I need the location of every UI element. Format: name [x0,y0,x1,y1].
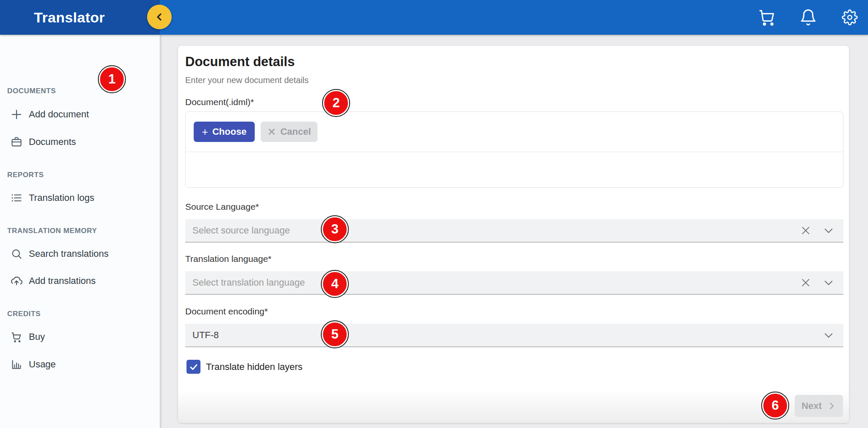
annotation-badge-3: 3 [322,216,348,242]
clear-icon[interactable] [800,277,812,289]
page-title: Document details [185,54,295,69]
clear-icon[interactable] [800,225,812,236]
document-file-label: Document(.idml)* [185,97,254,107]
annotation-badge-4: 4 [322,271,348,297]
close-icon: ✕ [267,127,276,137]
gear-icon [842,9,858,25]
cancel-button-label: Cancel [280,126,311,137]
check-icon [189,362,199,372]
section-title-reports: REPORTS [7,171,44,179]
card-footer [178,390,849,423]
sidebar-item-documents[interactable]: Documents [0,133,160,151]
choose-file-button[interactable]: + Choose [194,122,255,142]
chevron-right-icon [827,401,836,411]
search-icon [9,247,24,261]
chevron-down-icon[interactable] [823,329,835,341]
section-title-credits: CREDITS [7,310,41,318]
sidebar-item-translation-logs[interactable]: Translation logs [0,189,160,207]
document-encoding-label: Document encoding* [185,306,268,317]
file-upload-widget: + Choose ✕ Cancel [185,111,843,188]
sidebar-item-label: Usage [29,359,56,370]
sidebar-item-add-document[interactable]: Add document [0,105,160,124]
chevron-down-icon[interactable] [823,225,835,236]
sidebar-item-label: Documents [29,136,76,147]
choose-button-label: Choose [212,126,247,137]
source-language-label: Source Language* [185,202,259,212]
translation-language-select[interactable]: Select translation language [185,271,843,295]
cart-icon [9,330,24,344]
sidebar-item-label: Buy [29,331,45,342]
annotation-badge-6: 6 [762,392,788,419]
sidebar: DOCUMENTS Add document Documents REPORTS… [0,35,160,428]
sidebar-item-label: Add document [29,109,89,120]
file-upload-dropzone[interactable] [186,152,843,187]
translation-language-placeholder: Select translation language [192,277,800,288]
annotation-badge-2: 2 [323,90,349,116]
sidebar-item-buy[interactable]: Buy [0,328,160,346]
hidden-layers-checkbox[interactable] [186,360,200,374]
cloud-upload-icon [9,274,24,288]
chevron-left-icon [153,11,166,23]
settings-button[interactable] [840,8,860,27]
list-icon [9,191,24,205]
annotation-badge-1: 1 [99,66,125,92]
plus-icon: + [202,127,208,137]
page-subtitle: Enter your new document details [185,75,309,85]
notifications-button[interactable] [798,8,818,27]
document-encoding-select[interactable]: UTF-8 [185,324,843,347]
translation-language-label: Translation language* [185,254,272,264]
sidebar-item-search-translations[interactable]: Search translations [0,245,160,263]
brand-area: Translator [0,0,160,35]
chevron-down-icon[interactable] [823,277,835,289]
sidebar-item-label: Search translations [29,248,108,259]
next-button[interactable]: Next [795,395,843,417]
sidebar-item-usage[interactable]: Usage [0,355,160,374]
source-language-placeholder: Select source language [192,225,800,236]
annotation-badge-5: 5 [322,321,348,347]
translate-hidden-layers-row[interactable]: Translate hidden layers [186,360,303,374]
file-upload-toolbar: + Choose ✕ Cancel [186,112,843,152]
hidden-layers-label: Translate hidden layers [206,361,303,372]
sidebar-collapse-button[interactable] [147,5,172,29]
app-title: Translator [34,9,105,26]
document-details-card: Document details Enter your new document… [178,46,849,423]
next-button-label: Next [801,400,822,411]
source-language-select[interactable]: Select source language [185,219,843,242]
cancel-upload-button[interactable]: ✕ Cancel [261,122,317,142]
section-title-documents: DOCUMENTS [7,87,56,95]
section-title-translation-memory: TRANSLATION MEMORY [7,227,97,235]
briefcase-icon [9,135,24,149]
bell-icon [799,8,817,26]
sidebar-item-label: Translation logs [29,192,94,203]
sidebar-item-label: Add translations [29,275,96,286]
cart-icon [758,8,776,26]
bar-chart-icon [9,357,24,372]
plus-icon [9,107,24,122]
document-encoding-value: UTF-8 [192,330,823,341]
sidebar-item-add-translations[interactable]: Add translations [0,272,160,290]
app-header: Translator [0,0,868,35]
cart-button[interactable] [757,8,776,27]
